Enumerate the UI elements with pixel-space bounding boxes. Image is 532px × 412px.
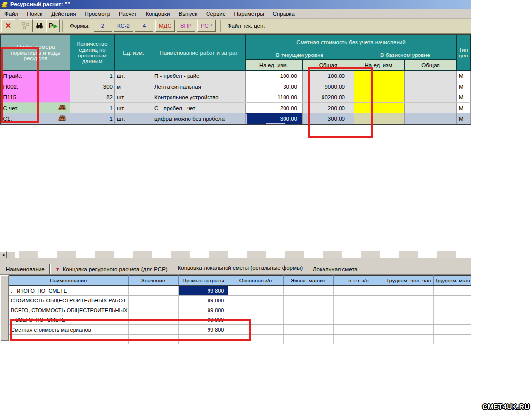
tab-4[interactable]: Локальная смета: [308, 264, 362, 274]
form-button-кс-2[interactable]: КС-2: [114, 20, 133, 32]
scroll-left-arrow-icon[interactable]: ◄: [0, 251, 7, 258]
cell-value[interactable]: [128, 296, 178, 305]
form-button-2[interactable]: 2: [94, 20, 112, 32]
cell-price-type[interactable]: М: [457, 103, 471, 113]
run-report-button[interactable]: P▶: [46, 19, 60, 32]
menu-item-9[interactable]: Параметры: [230, 10, 268, 18]
cell-direct-costs[interactable]: 99 800: [178, 286, 228, 296]
totals-col-header-6: в т.ч. з/п: [333, 276, 384, 286]
cell-value[interactable]: [128, 305, 178, 315]
cell-empty[interactable]: [333, 296, 384, 305]
menu-item-8[interactable]: Сервис: [202, 10, 229, 18]
cell-name[interactable]: . ИТОГО ПО СМЕТЕ: [9, 286, 128, 296]
cell-base-total[interactable]: [405, 92, 457, 103]
cell-direct-costs[interactable]: 99 800: [178, 305, 228, 315]
search-button[interactable]: [33, 19, 46, 32]
cell-cur-unit[interactable]: 1100.00: [246, 92, 303, 103]
cell-empty[interactable]: [283, 296, 333, 305]
cell-price-type[interactable]: М: [457, 92, 471, 103]
tab-label: Концовка ресурсного расчета (для РСР): [63, 266, 168, 272]
cell-empty[interactable]: [283, 335, 333, 344]
form-button-мдс[interactable]: МДС: [155, 20, 175, 32]
tab-1[interactable]: Наименование: [1, 264, 50, 274]
cell-empty[interactable]: [433, 305, 471, 315]
cell-name[interactable]: ВСЕГО, СТОИМОСТЬ ОБЩЕСТРОИТЕЛЬНЫХ Р: [9, 305, 128, 315]
horizontal-scrollbar[interactable]: ◄: [0, 251, 471, 258]
cell-name[interactable]: Контрольное устройство: [152, 92, 246, 103]
cell-empty[interactable]: [228, 296, 283, 305]
cell-base-total[interactable]: [405, 113, 457, 124]
menu-item-7[interactable]: Выпуск: [174, 10, 202, 18]
grid-row-4: С чет.1шт.С - пробел - чет200.00200.00М: [1, 103, 471, 113]
cell-empty[interactable]: [333, 325, 384, 335]
cell-unit[interactable]: шт.: [115, 113, 152, 124]
cell-empty[interactable]: [384, 296, 433, 305]
cell-empty[interactable]: [433, 296, 471, 305]
cell-empty[interactable]: [433, 325, 471, 335]
cell-empty[interactable]: [333, 335, 384, 344]
cell-empty[interactable]: [433, 315, 471, 325]
menu-item-6[interactable]: Концовки: [141, 10, 174, 18]
cell-base-total[interactable]: [405, 81, 457, 92]
cell-qty[interactable]: 1: [70, 71, 115, 81]
cell-name[interactable]: С - пробел - чет: [152, 103, 246, 113]
cell-empty[interactable]: [283, 305, 333, 315]
row-selector-column[interactable]: [1, 275, 9, 341]
cell-empty[interactable]: [384, 325, 433, 335]
cell-empty[interactable]: [433, 335, 471, 344]
cell-direct-costs[interactable]: 99 800: [178, 296, 228, 305]
scrollbar-thumb[interactable]: [7, 251, 15, 258]
cell-empty[interactable]: [283, 286, 333, 296]
form-button-впр[interactable]: ВПР: [177, 20, 195, 32]
cell-qty[interactable]: 1: [70, 103, 115, 113]
cell-empty[interactable]: [228, 286, 283, 296]
cell-unit[interactable]: шт.: [115, 92, 152, 103]
transfer-button[interactable]: [19, 19, 33, 32]
cell-name[interactable]: цифры можно без пробела: [152, 113, 246, 124]
menu-item-5[interactable]: Расчет: [114, 10, 141, 18]
menu-item-4[interactable]: Просмотр: [80, 10, 115, 18]
p-play-icon: P▶: [49, 22, 57, 29]
cell-qty[interactable]: 82: [70, 92, 115, 103]
cell-name[interactable]: Лента сигнальная: [152, 81, 246, 92]
cell-price-type[interactable]: М: [457, 113, 471, 124]
cell-empty[interactable]: [384, 305, 433, 315]
cell-empty[interactable]: [228, 305, 283, 315]
cell-base-total[interactable]: [405, 71, 457, 81]
cell-empty[interactable]: [283, 315, 333, 325]
cell-cur-unit[interactable]: 100.00: [246, 71, 303, 81]
cell-empty[interactable]: [384, 315, 433, 325]
cell-cur-unit[interactable]: 300.00: [246, 113, 303, 124]
cell-empty[interactable]: [333, 315, 384, 325]
tab-3[interactable]: Концовка локальной сметы (остальные форм…: [173, 262, 307, 274]
totals-row-2: СТОИМОСТЬ ОБЩЕСТРОИТЕЛЬНЫХ РАБОТ -99 800: [9, 296, 471, 305]
menu-item-2[interactable]: Поиск: [22, 10, 47, 18]
cell-name[interactable]: П - пробел - райс: [152, 71, 246, 81]
cell-price-type[interactable]: М: [457, 71, 471, 81]
menu-item-10[interactable]: Справка: [268, 10, 299, 18]
tab-2[interactable]: ▼Концовка ресурсного расчета (для РСР): [50, 264, 172, 274]
cell-empty[interactable]: [384, 286, 433, 296]
cell-cur-unit[interactable]: 200.00: [246, 103, 303, 113]
cell-cur-unit[interactable]: 30.00: [246, 81, 303, 92]
form-button-рср[interactable]: РСР: [197, 20, 216, 32]
cell-qty[interactable]: 1: [70, 113, 115, 124]
cell-unit[interactable]: шт.: [115, 103, 152, 113]
binoculars-icon: [36, 22, 43, 29]
cell-name[interactable]: СТОИМОСТЬ ОБЩЕСТРОИТЕЛЬНЫХ РАБОТ -: [9, 296, 128, 305]
cell-price-type[interactable]: М: [457, 81, 471, 92]
cell-qty[interactable]: 300: [70, 81, 115, 92]
cell-base-total[interactable]: [405, 103, 457, 113]
cell-empty[interactable]: [384, 335, 433, 344]
cell-unit[interactable]: шт.: [115, 71, 152, 81]
cell-value[interactable]: [128, 286, 178, 296]
cell-empty[interactable]: [283, 325, 333, 335]
form-button-4[interactable]: 4: [135, 20, 153, 32]
cell-empty[interactable]: [333, 305, 384, 315]
cell-empty[interactable]: [333, 286, 384, 296]
menu-item-1[interactable]: Файл: [0, 10, 22, 18]
cell-empty[interactable]: [433, 286, 471, 296]
cell-unit[interactable]: м: [115, 81, 152, 92]
menu-item-3[interactable]: Действия: [47, 10, 80, 18]
delete-button[interactable]: ✕: [1, 19, 15, 32]
